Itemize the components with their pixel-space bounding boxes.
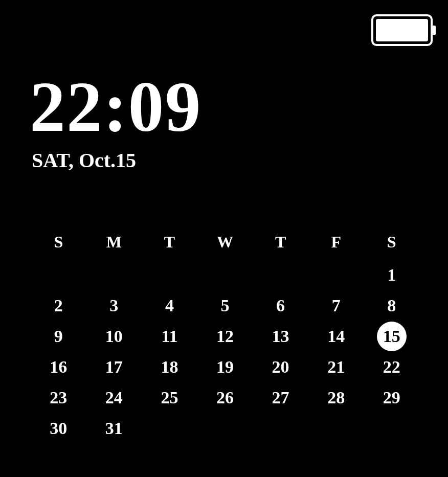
calendar-day[interactable]: 8 <box>364 290 419 321</box>
calendar-day[interactable]: 18 <box>142 352 197 382</box>
calendar-day-number: 7 <box>321 291 351 321</box>
calendar-row: 16171819202122 <box>31 352 419 382</box>
calendar-day-number: 22 <box>377 352 407 382</box>
weekday-sat: S <box>364 224 419 260</box>
calendar: S M T W T F S 12345678910111213141516171… <box>31 224 419 444</box>
calendar-day[interactable]: 9 <box>31 321 86 352</box>
calendar-day-number: 13 <box>266 322 296 351</box>
calendar-day-number: 24 <box>99 383 129 413</box>
calendar-day-number: 16 <box>43 352 73 382</box>
weekday-tue: T <box>142 224 197 260</box>
calendar-day-number: 2 <box>43 291 73 321</box>
calendar-day[interactable]: 14 <box>308 321 364 352</box>
calendar-day[interactable]: 3 <box>86 290 142 321</box>
calendar-day-number: 20 <box>266 352 296 382</box>
calendar-day[interactable]: 10 <box>86 321 142 352</box>
calendar-day[interactable]: 28 <box>308 382 364 413</box>
calendar-row: 9101112131415 <box>31 321 419 352</box>
calendar-day[interactable]: 24 <box>86 382 142 413</box>
calendar-day[interactable] <box>197 413 253 444</box>
calendar-day-number: 9 <box>43 322 73 351</box>
calendar-day[interactable]: 21 <box>308 352 364 382</box>
calendar-day[interactable] <box>308 413 364 444</box>
calendar-day-number: 10 <box>99 322 129 351</box>
calendar-day-number: 15 <box>377 322 407 351</box>
calendar-day[interactable]: 12 <box>197 321 253 352</box>
calendar-day-number: 14 <box>321 322 351 351</box>
calendar-day[interactable]: 23 <box>31 382 86 413</box>
calendar-day[interactable] <box>86 260 142 290</box>
clock-date: SAT, Oct.15 <box>32 148 136 172</box>
calendar-row: 1 <box>31 260 419 290</box>
calendar-day[interactable]: 26 <box>197 382 253 413</box>
calendar-row: 23242526272829 <box>31 382 419 413</box>
calendar-day-number: 26 <box>210 383 240 413</box>
calendar-day-number: 30 <box>43 414 73 443</box>
calendar-day-number: 19 <box>210 352 240 382</box>
calendar-day-number: 1 <box>377 260 407 290</box>
calendar-day-number: 17 <box>99 352 129 382</box>
calendar-day[interactable]: 2 <box>31 290 86 321</box>
calendar-day[interactable]: 20 <box>253 352 308 382</box>
calendar-day[interactable]: 16 <box>31 352 86 382</box>
weekday-fri: F <box>308 224 364 260</box>
calendar-day[interactable]: 27 <box>253 382 308 413</box>
calendar-day-number: 23 <box>43 383 73 413</box>
calendar-day-number: 18 <box>154 352 184 382</box>
battery-icon <box>371 14 433 46</box>
calendar-day-number: 11 <box>154 322 184 351</box>
calendar-day[interactable]: 17 <box>86 352 142 382</box>
calendar-day[interactable]: 29 <box>364 382 419 413</box>
calendar-day-number: 5 <box>210 291 240 321</box>
calendar-day[interactable]: 11 <box>142 321 197 352</box>
calendar-day[interactable]: 15 <box>364 321 419 352</box>
calendar-day-number: 29 <box>377 383 407 413</box>
calendar-row: 2345678 <box>31 290 419 321</box>
calendar-day[interactable]: 5 <box>197 290 253 321</box>
calendar-row: 3031 <box>31 413 419 444</box>
weekday-wed: W <box>197 224 253 260</box>
weekday-thu: T <box>253 224 308 260</box>
calendar-day-number: 25 <box>154 383 184 413</box>
calendar-day-number: 6 <box>266 291 296 321</box>
calendar-day[interactable]: 7 <box>308 290 364 321</box>
calendar-day-number: 12 <box>210 322 240 351</box>
calendar-day[interactable] <box>364 413 419 444</box>
weekday-mon: M <box>86 224 142 260</box>
calendar-day[interactable] <box>142 413 197 444</box>
calendar-day-number: 21 <box>321 352 351 382</box>
calendar-day-number: 3 <box>99 291 129 321</box>
clock-time: 22:09 <box>30 65 202 148</box>
calendar-day-number: 31 <box>99 414 129 443</box>
calendar-day-number: 4 <box>154 291 184 321</box>
calendar-day[interactable] <box>253 260 308 290</box>
calendar-day-number: 28 <box>321 383 351 413</box>
calendar-day[interactable]: 19 <box>197 352 253 382</box>
calendar-day[interactable]: 25 <box>142 382 197 413</box>
calendar-header-row: S M T W T F S <box>31 224 419 260</box>
calendar-day-number: 27 <box>266 383 296 413</box>
calendar-day[interactable] <box>253 413 308 444</box>
calendar-day[interactable] <box>142 260 197 290</box>
calendar-day[interactable]: 30 <box>31 413 86 444</box>
calendar-day[interactable]: 1 <box>364 260 419 290</box>
calendar-day[interactable]: 4 <box>142 290 197 321</box>
calendar-day[interactable] <box>197 260 253 290</box>
calendar-day[interactable]: 22 <box>364 352 419 382</box>
weekday-sun: S <box>31 224 86 260</box>
calendar-day[interactable]: 13 <box>253 321 308 352</box>
calendar-day[interactable] <box>308 260 364 290</box>
calendar-day[interactable] <box>31 260 86 290</box>
calendar-day-number: 8 <box>377 291 407 321</box>
calendar-day[interactable]: 6 <box>253 290 308 321</box>
calendar-day[interactable]: 31 <box>86 413 142 444</box>
battery-fill <box>376 19 428 41</box>
